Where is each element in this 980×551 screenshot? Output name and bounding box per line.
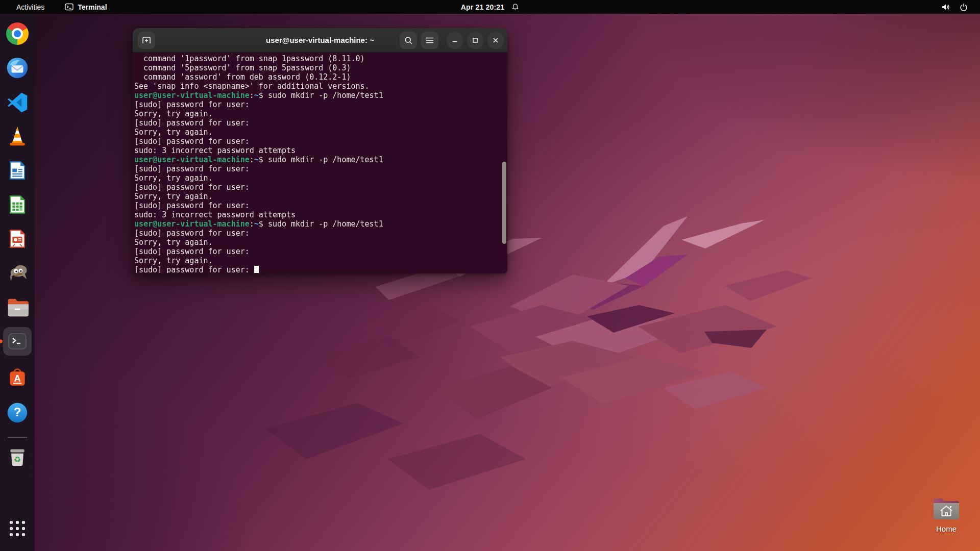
terminal-header[interactable]: user@user-virtual-machine: ~ bbox=[133, 28, 507, 53]
dock-item-libreoffice-impress[interactable] bbox=[4, 227, 31, 251]
svg-text:?: ? bbox=[14, 405, 21, 419]
terminal-output: command '1password' from snap 1password … bbox=[133, 53, 507, 273]
home-folder-icon bbox=[932, 496, 961, 521]
terminal-line: Sorry, try again. bbox=[134, 109, 507, 118]
terminal-line: [sudo] password for user: bbox=[134, 201, 507, 210]
terminal-dock-icon bbox=[5, 329, 30, 354]
dock-item-libreoffice-calc[interactable] bbox=[4, 192, 31, 217]
terminal-line: command 'assword' from deb assword (0.12… bbox=[134, 72, 507, 82]
notification-bell-icon bbox=[511, 3, 519, 11]
help-icon: ? bbox=[6, 402, 29, 424]
minimize-icon bbox=[451, 37, 458, 44]
libreoffice-impress-icon bbox=[7, 228, 28, 250]
search-button[interactable] bbox=[400, 32, 417, 49]
dock-item-vlc[interactable] bbox=[4, 124, 31, 148]
terminal-line: [sudo] password for user: bbox=[134, 137, 507, 146]
terminal-line: [sudo] password for user: bbox=[134, 164, 507, 173]
terminal-line: sudo: 3 incorrect password attempts bbox=[134, 210, 507, 219]
dock: A ? ♻ bbox=[0, 14, 35, 551]
svg-text:♻: ♻ bbox=[14, 455, 21, 464]
search-icon bbox=[404, 36, 413, 45]
terminal-line: command '1password' from snap 1password … bbox=[134, 54, 507, 63]
terminal-line: Sorry, try again. bbox=[134, 128, 507, 137]
dock-item-vscode[interactable] bbox=[4, 90, 31, 114]
volume-icon[interactable] bbox=[941, 3, 950, 11]
dock-item-help[interactable]: ? bbox=[4, 400, 31, 425]
home-folder-shortcut[interactable]: Home bbox=[928, 496, 965, 533]
dock-item-trash[interactable]: ♻ bbox=[4, 445, 31, 469]
terminal-line: user@user-virtual-machine:~$ sudo mkdir … bbox=[134, 219, 507, 229]
terminal-line: See 'snap info <snapname>' for additiona… bbox=[134, 82, 507, 91]
maximize-button[interactable] bbox=[467, 32, 484, 49]
app-grid-icon bbox=[10, 521, 25, 536]
terminal-running-indicator bbox=[0, 340, 3, 343]
clock[interactable]: Apr 21 20:21 bbox=[461, 3, 505, 11]
terminal-app-icon bbox=[65, 3, 74, 11]
terminal-line: [sudo] password for user: bbox=[134, 183, 507, 192]
vscode-icon bbox=[6, 91, 29, 113]
home-folder-label: Home bbox=[928, 524, 965, 533]
terminal-line: Sorry, try again. bbox=[134, 173, 507, 183]
dock-item-thunderbird[interactable] bbox=[4, 56, 31, 80]
terminal-line: command '5password' from snap 5password … bbox=[134, 63, 507, 72]
terminal-line: [sudo] password for user: bbox=[134, 265, 507, 273]
svg-text:A: A bbox=[14, 373, 20, 384]
terminal-line: sudo: 3 incorrect password attempts bbox=[134, 146, 507, 155]
dock-item-chrome[interactable] bbox=[4, 21, 31, 46]
terminal-window: user@user-virtual-machine: ~ bbox=[133, 28, 507, 273]
menu-button[interactable] bbox=[421, 32, 438, 49]
terminal-cursor bbox=[254, 266, 259, 273]
dock-item-libreoffice-writer[interactable] bbox=[4, 158, 31, 183]
new-tab-button[interactable] bbox=[138, 32, 155, 49]
thunderbird-icon bbox=[6, 56, 29, 80]
terminal-line: [sudo] password for user: bbox=[134, 100, 507, 109]
close-icon bbox=[492, 37, 499, 44]
dock-item-files[interactable] bbox=[4, 295, 31, 319]
dock-item-gimp[interactable] bbox=[4, 261, 31, 285]
terminal-line: [sudo] password for user: bbox=[134, 118, 507, 128]
hamburger-icon bbox=[426, 37, 434, 44]
power-icon[interactable] bbox=[960, 3, 968, 11]
terminal-line: [sudo] password for user: bbox=[134, 247, 507, 256]
focused-app-name: Terminal bbox=[78, 3, 107, 11]
close-button[interactable] bbox=[487, 32, 504, 49]
libreoffice-writer-icon bbox=[7, 159, 28, 182]
terminal-line: Sorry, try again. bbox=[134, 192, 507, 201]
vlc-icon bbox=[6, 125, 29, 147]
top-bar: Activities Terminal Apr 21 20:21 bbox=[0, 0, 980, 14]
dock-item-terminal[interactable] bbox=[4, 329, 31, 354]
chrome-icon bbox=[6, 22, 29, 45]
terminal-line: user@user-virtual-machine:~$ sudo mkdir … bbox=[134, 155, 507, 164]
gimp-icon bbox=[6, 262, 29, 284]
terminal-line: [sudo] password for user: bbox=[134, 229, 507, 238]
terminal-line: user@user-virtual-machine:~$ sudo mkdir … bbox=[134, 91, 507, 100]
maximize-icon bbox=[472, 37, 479, 44]
activities-button[interactable]: Activities bbox=[13, 2, 47, 12]
focused-app-menu[interactable]: Terminal bbox=[65, 3, 107, 11]
ubuntu-software-icon: A bbox=[6, 367, 29, 390]
dock-divider bbox=[8, 437, 27, 438]
trash-icon: ♻ bbox=[6, 446, 29, 468]
libreoffice-calc-icon bbox=[7, 193, 28, 216]
files-icon bbox=[6, 297, 29, 317]
minimize-button[interactable] bbox=[446, 32, 463, 49]
dock-item-app-grid[interactable] bbox=[4, 516, 31, 541]
terminal-line: Sorry, try again. bbox=[134, 238, 507, 247]
terminal-scrollbar-thumb[interactable] bbox=[502, 162, 506, 244]
terminal-line: Sorry, try again. bbox=[134, 256, 507, 265]
dock-item-ubuntu-software[interactable]: A bbox=[4, 366, 31, 391]
